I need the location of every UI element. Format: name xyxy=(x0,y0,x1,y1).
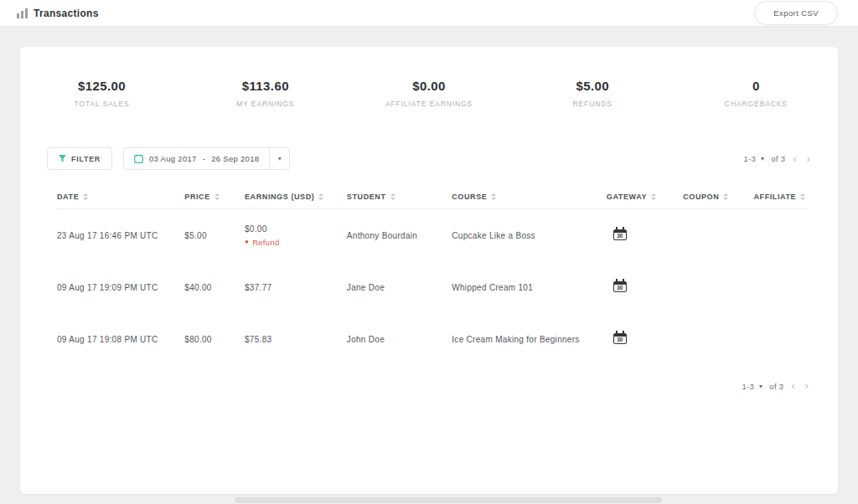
refund-badge: ● Refund xyxy=(245,238,347,247)
stat-chargebacks: 0 CHARGEBACKS xyxy=(675,79,838,108)
column-header-student[interactable]: STUDENT xyxy=(347,193,452,201)
filter-button[interactable]: FILTER xyxy=(47,147,112,170)
cell-student: Jane Doe xyxy=(347,283,452,292)
cell-gateway: 30 xyxy=(607,333,683,346)
stat-label: TOTAL SALES xyxy=(20,100,183,108)
date-range-picker[interactable]: 03 Aug 2017 - 26 Sep 2018 ▾ xyxy=(123,147,290,170)
pagination-of: of 3 xyxy=(771,154,785,163)
cell-price: $80.00 xyxy=(184,335,245,344)
sort-icon xyxy=(723,193,728,200)
gateway-calendar-icon: 30 xyxy=(613,229,627,240)
sort-icon xyxy=(651,193,656,200)
stats-row: $125.00 TOTAL SALES $113.60 MY EARNINGS … xyxy=(20,47,838,108)
date-range-end: 26 Sep 2018 xyxy=(211,154,259,163)
transactions-card: $125.00 TOTAL SALES $113.60 MY EARNINGS … xyxy=(20,47,838,494)
stat-label: CHARGEBACKS xyxy=(675,100,838,108)
sort-icon xyxy=(214,193,220,200)
stat-value: $125.00 xyxy=(20,79,183,93)
stat-value: $0.00 xyxy=(347,79,510,93)
stat-total-sales: $125.00 TOTAL SALES xyxy=(20,79,183,108)
cell-course: Ice Cream Making for Beginners xyxy=(452,335,607,344)
stat-refunds: $5.00 REFUNDS xyxy=(511,79,675,108)
gateway-calendar-icon: 30 xyxy=(613,333,627,344)
column-header-date[interactable]: DATE xyxy=(57,193,184,201)
chevron-right-icon[interactable]: › xyxy=(803,380,811,392)
sort-icon xyxy=(318,193,323,200)
cell-earnings: $0.00 ● Refund xyxy=(245,224,347,247)
calendar-icon xyxy=(134,154,143,163)
topbar: Transactions Export CSV xyxy=(0,0,858,27)
stat-my-earnings: $113.60 MY EARNINGS xyxy=(183,79,347,108)
cell-gateway: 30 xyxy=(607,281,683,294)
column-header-gateway[interactable]: GATEWAY xyxy=(607,193,683,201)
cell-student: John Doe xyxy=(347,335,452,344)
stat-label: AFFILIATE EARNINGS xyxy=(347,100,510,108)
cell-price: $5.00 xyxy=(184,231,245,240)
bar-chart-icon xyxy=(17,8,28,18)
pagination-caret-icon[interactable]: ▾ xyxy=(761,155,764,162)
sort-icon xyxy=(83,193,88,200)
transactions-table: DATE PRICE EARNINGS (USD) STUDENT COURSE… xyxy=(57,193,808,365)
stat-value: $113.60 xyxy=(183,79,347,93)
cell-student: Anthony Bourdain xyxy=(347,231,452,240)
column-header-coupon[interactable]: COUPON xyxy=(683,193,753,201)
pagination-of: of 3 xyxy=(769,382,783,391)
chevron-left-icon[interactable]: ‹ xyxy=(790,153,799,165)
filter-funnel-icon xyxy=(59,155,66,162)
filter-button-label: FILTER xyxy=(71,155,101,163)
column-header-price[interactable]: PRICE xyxy=(184,193,245,201)
pagination-range[interactable]: 1-3 xyxy=(742,382,754,391)
cell-date: 09 Aug 17 19:08 PM UTC xyxy=(57,335,184,344)
table-row[interactable]: 09 Aug 17 19:08 PM UTC $80.00 $75.83 Joh… xyxy=(57,313,808,365)
column-header-course[interactable]: COURSE xyxy=(452,193,607,201)
cell-gateway: 30 xyxy=(607,229,683,242)
export-csv-button[interactable]: Export CSV xyxy=(754,1,838,25)
cell-date: 09 Aug 17 19:09 PM UTC xyxy=(57,283,184,292)
pagination-top: 1-3 ▾ of 3 ‹ › xyxy=(743,153,813,165)
page-title: Transactions xyxy=(34,8,99,19)
filter-row: FILTER 03 Aug 2017 - 26 Sep 2018 ▾ 1-3 xyxy=(47,147,813,170)
stat-label: MY EARNINGS xyxy=(183,100,347,108)
pagination-caret-icon[interactable]: ▾ xyxy=(759,383,762,390)
stat-value: 0 xyxy=(675,79,838,93)
date-range-caret-icon[interactable]: ▾ xyxy=(269,148,289,169)
table-row[interactable]: 23 Aug 17 16:46 PM UTC $5.00 $0.00 ● Ref… xyxy=(57,209,808,261)
cell-course: Cupcake Like a Boss xyxy=(452,231,607,240)
date-range-separator: - xyxy=(203,154,205,163)
column-header-earnings[interactable]: EARNINGS (USD) xyxy=(245,193,347,201)
sort-icon xyxy=(800,193,805,200)
sort-icon xyxy=(491,193,496,200)
pagination-bottom: 1-3 ▾ of 3 ‹ › xyxy=(20,380,811,392)
refund-dot-icon: ● xyxy=(245,239,249,245)
cell-price: $40.00 xyxy=(184,283,245,292)
cell-course: Whipped Cream 101 xyxy=(452,283,607,292)
column-header-affiliate[interactable]: AFFILIATE xyxy=(753,193,808,201)
sort-icon xyxy=(390,193,395,200)
stat-label: REFUNDS xyxy=(511,100,675,108)
gateway-calendar-icon: 30 xyxy=(613,281,627,292)
pagination-range[interactable]: 1-3 xyxy=(743,154,756,163)
stat-value: $5.00 xyxy=(511,79,675,93)
horizontal-scrollbar[interactable] xyxy=(235,497,662,503)
cell-earnings: $75.83 xyxy=(245,335,347,344)
stat-affiliate-earnings: $0.00 AFFILIATE EARNINGS xyxy=(347,79,510,108)
chevron-left-icon[interactable]: ‹ xyxy=(788,380,797,392)
chevron-right-icon[interactable]: › xyxy=(804,153,813,165)
date-range-start: 03 Aug 2017 xyxy=(149,154,197,163)
cell-date: 23 Aug 17 16:46 PM UTC xyxy=(57,231,184,240)
table-row[interactable]: 09 Aug 17 19:09 PM UTC $40.00 $37.77 Jan… xyxy=(57,261,808,313)
cell-earnings: $37.77 xyxy=(245,283,347,292)
table-header-row: DATE PRICE EARNINGS (USD) STUDENT COURSE… xyxy=(57,193,808,209)
